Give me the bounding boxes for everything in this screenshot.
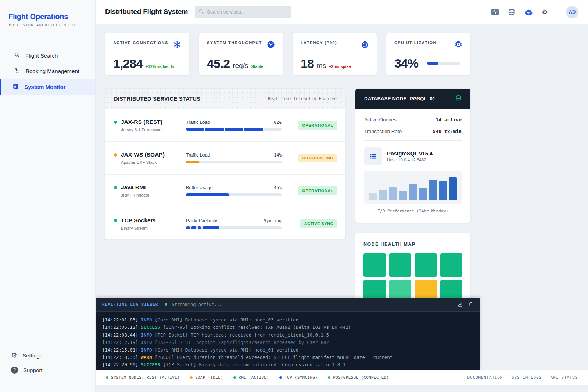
- cloud-check-icon[interactable]: [524, 8, 533, 16]
- card-note: +12% vs last hr: [146, 64, 175, 69]
- metric-card-cpu-utilization: CPU UTILIZATION34%: [386, 33, 471, 75]
- log-message: [PGSQL] Query duration threshold exceede…: [155, 355, 392, 360]
- status-text: TCP (SYNCING): [284, 375, 318, 380]
- log-line: [14:22:20.90] SUCCESS [TCP-Socket] Binar…: [102, 361, 473, 368]
- status-item: POSTGRESQL (CONNECTED): [328, 375, 389, 380]
- io-chart-bar: [379, 190, 387, 200]
- log-level: INFO: [141, 339, 155, 345]
- database-panel-title: DATABASE NODE: PGSQL_01: [364, 96, 435, 101]
- status-badge: OPERATIONAL: [298, 121, 337, 130]
- database-engine: PostgreSQL v15.4 Host: 10.0.4.12:5432: [364, 147, 462, 165]
- service-badge-col: OPERATIONAL: [282, 186, 337, 195]
- card-header: SYSTEM THROUGHPUT: [207, 40, 275, 50]
- status-dot: [279, 376, 282, 379]
- search-icon: [199, 9, 204, 15]
- log-viewer-title: REAL-TIME LOG VIEWER: [102, 302, 158, 307]
- log-message: [Core-RMI] Database synced via RMI: node…: [155, 347, 298, 353]
- database-engine-name: PostgreSQL v15.4: [387, 151, 433, 157]
- io-chart-bar: [429, 180, 437, 200]
- service-progress-segment: [191, 226, 196, 229]
- list-icon: [364, 147, 382, 165]
- service-name-text: TCP Sockets: [121, 217, 155, 224]
- sidebar-settings-button[interactable]: ⚙Settings: [0, 348, 95, 363]
- status-text: SYSTEM NODES: REST (ACTIVE): [111, 375, 180, 380]
- sidebar-item-label: System Monitor: [24, 84, 66, 90]
- io-chart-bar: [389, 187, 397, 200]
- log-timestamp: [14:22:01.83]: [102, 317, 141, 323]
- gear-icon[interactable]: ⚙: [542, 8, 548, 15]
- card-value: 18: [301, 57, 314, 71]
- service-name: JAX-RS (REST): [114, 119, 186, 125]
- node-health-grid: [363, 253, 462, 303]
- card-label: SYSTEM THROUGHPUT: [207, 40, 262, 45]
- search-input[interactable]: [207, 9, 280, 15]
- service-bar-labels: Buffer Usage45%: [186, 185, 282, 190]
- service-bar-labels: Traffic Load82%: [186, 120, 282, 125]
- service-progress-segment: [186, 226, 190, 229]
- sidebar-item-label: Booking Management: [26, 68, 79, 74]
- database-icon[interactable]: [508, 8, 515, 16]
- service-metric-value: 82%: [274, 120, 282, 125]
- service-name-col: JAX-RS (REST)Jersey 3.1 Framework: [114, 119, 186, 132]
- service-status-panel: DISTRIBUTED SERVICE STATUS Real-time Tel…: [105, 88, 346, 240]
- service-status-dot: [114, 121, 117, 124]
- service-progress-track: [186, 193, 282, 196]
- card-value: 34%: [394, 56, 418, 71]
- sidebar-item-flight-search[interactable]: Flight Search: [0, 48, 95, 63]
- sidebar-item-system-monitor[interactable]: System Monitor: [0, 79, 95, 95]
- database-stat-label: Transaction Rate: [364, 129, 402, 134]
- main-area: Distributed Flight System ⚙AD ACTIVE CON…: [96, 0, 588, 392]
- database-panel-body: Active Queries14 activeTransaction Rate8…: [355, 109, 470, 213]
- clear-logs-button[interactable]: [468, 302, 473, 307]
- sidebar-item-booking-management[interactable]: Booking Management: [0, 63, 95, 79]
- service-status-title: DISTRIBUTED SERVICE STATUS: [114, 96, 200, 102]
- service-bar-labels: Packet VelocitySyncing: [186, 218, 282, 223]
- io-chart-bar: [369, 193, 377, 200]
- log-lines: [14:22:01.83] INFO [Core-RMI] Database s…: [96, 312, 480, 374]
- cpu-progress-fill: [427, 62, 438, 65]
- log-line: [14:22:05.12] SUCCESS [SOAP-WS] Booking …: [102, 324, 473, 331]
- status-links: DOCUMENTATIONSYSTEM LOGSAPI STATUS: [467, 375, 578, 380]
- download-logs-button[interactable]: [458, 302, 463, 307]
- card-unit: req/s: [233, 62, 248, 70]
- search-box[interactable]: [195, 6, 291, 18]
- log-message: [TCP-Socket] TCP heartbeat received from…: [155, 332, 329, 338]
- log-timestamp: [14:22:20.90]: [102, 362, 141, 367]
- streaming-status-label: Streaming active...: [172, 302, 222, 307]
- log-line: [14:22:18.33] WARN [PGSQL] Query duratio…: [102, 354, 473, 361]
- service-progress-segment: [198, 226, 201, 229]
- io-chart-bar: [419, 188, 427, 200]
- service-metric-value: 45%: [274, 185, 282, 190]
- service-name-col: Java RMIJRMP Protocol: [114, 184, 186, 197]
- monitor-icon: [12, 83, 19, 91]
- database-engine-info: PostgreSQL v15.4 Host: 10.0.4.12:5432: [387, 151, 433, 162]
- database-stat-row: Transaction Rate840 tx/min: [364, 129, 462, 134]
- help-icon: ?: [11, 367, 18, 374]
- service-bar-col: Packet VelocitySyncing: [186, 218, 282, 229]
- card-value-row: 1,284+12% vs last hr: [113, 57, 181, 71]
- log-level: SUCCESS: [141, 362, 163, 367]
- metric-card-active-connections: ACTIVE CONNECTIONS1,284+12% vs last hr: [105, 33, 190, 75]
- service-progress-track: [186, 161, 282, 163]
- sidebar-support-button[interactable]: ?Support: [0, 363, 95, 377]
- sidebar-footer-label: Support: [23, 367, 43, 373]
- node-health-title: NODE HEALTH MAP: [363, 242, 462, 247]
- stopwatch-icon: [361, 40, 369, 50]
- status-link-system-logs[interactable]: SYSTEM LOGS: [512, 375, 542, 380]
- database-panel: DATABASE NODE: PGSQL_01 Active Queries14…: [355, 88, 471, 223]
- service-progress-segment: [203, 226, 219, 229]
- gear-icon: ⚙: [11, 352, 17, 359]
- card-label: CPU UTILIZATION: [394, 40, 437, 45]
- avatar[interactable]: AD: [566, 6, 578, 18]
- status-link-api-status[interactable]: API STATUS: [551, 375, 578, 380]
- card-label: ACTIVE CONNECTIONS: [113, 40, 168, 45]
- card-header: CPU UTILIZATION: [394, 40, 462, 50]
- status-link-documentation[interactable]: DOCUMENTATION: [467, 375, 503, 380]
- streaming-status-dot: [165, 303, 167, 306]
- service-progress-track: [186, 226, 282, 229]
- service-subtitle: Binary Stream: [121, 226, 186, 230]
- service-status-dot: [114, 186, 117, 189]
- page-title: Distributed Flight System: [105, 8, 188, 16]
- activity-icon[interactable]: [491, 8, 499, 15]
- io-chart-bar: [439, 181, 447, 200]
